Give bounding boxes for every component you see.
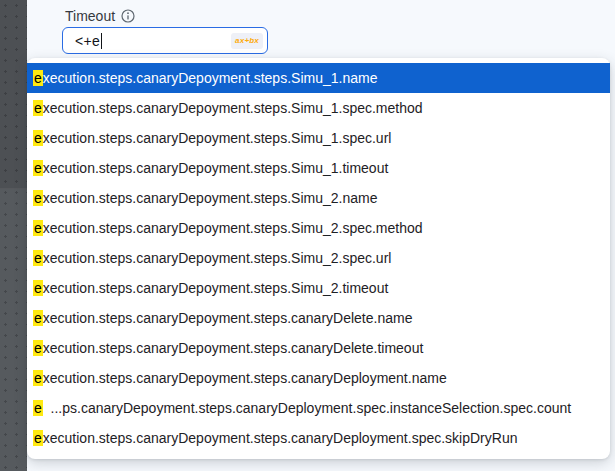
suggestion-text: xecution.steps.canaryDepoyment.steps.can… (43, 310, 413, 326)
suggestion-text: xecution.steps.canaryDepoyment.steps.Sim… (43, 70, 378, 86)
suggestion-text: xecution.steps.canaryDepoyment.steps.Sim… (43, 190, 378, 206)
suggestion-text: xecution.steps.canaryDepoyment.steps.can… (43, 370, 447, 386)
suggestion-item[interactable]: execution.steps.canaryDepoyment.steps.ca… (27, 303, 610, 333)
suggestion-text: ...ps.canaryDepoyment.steps.canaryDeploy… (43, 400, 571, 416)
screen: Timeout <+e ax+bx execution.steps.canary… (0, 0, 615, 471)
suggestion-text: xecution.steps.canaryDepoyment.steps.Sim… (43, 100, 423, 116)
suggestion-text: xecution.steps.canaryDepoyment.steps.Sim… (43, 220, 423, 236)
suggestion-item[interactable]: execution.steps.canaryDepoyment.steps.Si… (27, 273, 610, 303)
suggestion-item[interactable]: execution.steps.canaryDepoyment.steps.Si… (27, 93, 610, 123)
suggestion-text: xecution.steps.canaryDepoyment.steps.Sim… (43, 160, 389, 176)
suggestion-item[interactable]: execution.steps.canaryDepoyment.steps.Si… (27, 213, 610, 243)
suggestion-item[interactable]: execution.steps.canaryDepoyment.steps.Si… (27, 123, 610, 153)
match-highlight: e (33, 370, 43, 386)
match-highlight: e (33, 310, 43, 326)
match-highlight: e (33, 280, 43, 296)
match-highlight: e (33, 400, 43, 416)
match-highlight: e (33, 130, 43, 146)
timeout-input-value: <+e (75, 33, 100, 49)
match-highlight: e (33, 160, 43, 176)
suggestion-item[interactable]: execution.steps.canaryDepoyment.steps.Si… (27, 153, 610, 183)
canvas-panel-edge (0, 0, 27, 189)
suggestion-text: xecution.steps.canaryDepoyment.steps.can… (43, 430, 518, 446)
match-highlight: e (33, 250, 43, 266)
match-highlight: e (33, 190, 43, 206)
timeout-field-label: Timeout (65, 6, 135, 26)
suggestion-text: xecution.steps.canaryDepoyment.steps.Sim… (43, 280, 389, 296)
match-highlight: e (33, 220, 43, 236)
suggestion-item[interactable]: execution.steps.canaryDepoyment.steps.Si… (27, 243, 610, 273)
match-highlight: e (33, 340, 43, 356)
match-highlight: e (33, 430, 43, 446)
suggestion-text: xecution.steps.canaryDepoyment.steps.Sim… (43, 250, 392, 266)
text-caret (101, 33, 102, 49)
suggestion-item[interactable]: e ...ps.canaryDepoyment.steps.canaryDepl… (27, 393, 610, 423)
info-icon[interactable] (121, 9, 135, 23)
match-highlight: e (33, 70, 43, 86)
suggestion-text: xecution.steps.canaryDepoyment.steps.Sim… (43, 130, 392, 146)
pipeline-canvas (0, 0, 27, 471)
match-highlight: e (33, 100, 43, 116)
suggestion-item[interactable]: execution.steps.canaryDepoyment.steps.ca… (27, 333, 610, 363)
suggestion-item[interactable]: execution.steps.canaryDepoyment.steps.Si… (27, 183, 610, 213)
suggestion-item[interactable]: execution.steps.canaryDepoyment.steps.Si… (27, 63, 610, 93)
suggestion-text: xecution.steps.canaryDepoyment.steps.can… (43, 340, 424, 356)
timeout-input[interactable]: <+e ax+bx (62, 27, 268, 54)
expression-badge-icon: ax+bx (231, 33, 263, 49)
suggestion-item[interactable]: execution.steps.canaryDepoyment.steps.ca… (27, 363, 610, 393)
expression-suggestions-dropdown: execution.steps.canaryDepoyment.steps.Si… (27, 58, 610, 459)
field-label-text: Timeout (65, 8, 115, 24)
suggestion-item[interactable]: execution.steps.canaryDepoyment.steps.ca… (27, 423, 610, 453)
